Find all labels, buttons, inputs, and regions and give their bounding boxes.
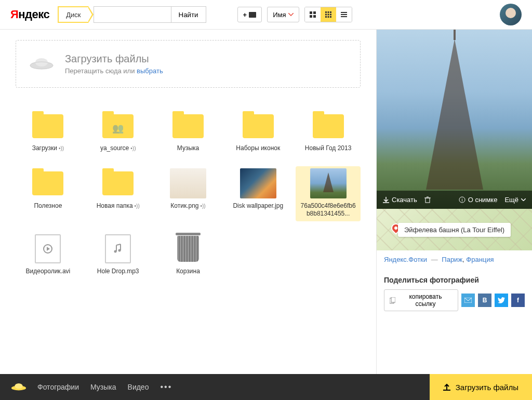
- share-badge-icon: •)): [135, 203, 140, 209]
- file-name: ya_source•)): [100, 144, 136, 153]
- footer-photos-link[interactable]: Фотографии: [37, 383, 79, 391]
- upload-dropzone[interactable]: Загрузить файлы Перетащить сюда или выбр…: [16, 40, 361, 88]
- file-name: Наборы иконок: [236, 144, 280, 153]
- dropzone-text: Загрузить файлы Перетащить сюда или выбр…: [65, 53, 163, 75]
- folder-icon: [240, 112, 276, 140]
- search-button[interactable]: Найти: [171, 6, 206, 23]
- folder-icon: [310, 112, 347, 140]
- folder-icon: [100, 169, 136, 198]
- folder-icon: [170, 112, 206, 140]
- file-item[interactable]: Новый Год 2013: [296, 109, 361, 156]
- eiffel-tower-graphic: [426, 39, 483, 190]
- file-name: Музыка: [177, 144, 199, 153]
- svg-rect-13: [341, 12, 347, 13]
- footer-upload-label: Загрузить файлы: [456, 383, 518, 392]
- file-item[interactable]: Видеоролик.avi: [16, 232, 81, 279]
- delete-button[interactable]: [424, 196, 431, 203]
- share-badge-icon: •)): [201, 203, 206, 209]
- svg-rect-2: [310, 15, 312, 18]
- image-thumbnail: [170, 169, 206, 198]
- more-button[interactable]: Ещё: [504, 196, 526, 204]
- audio-file-icon: [100, 235, 136, 263]
- footer-upload-button[interactable]: Загрузить файлы: [430, 374, 532, 400]
- share-mail-button[interactable]: [461, 294, 475, 307]
- file-item[interactable]: ya_source•)): [86, 109, 151, 156]
- svg-rect-0: [310, 11, 312, 14]
- svg-rect-6: [330, 11, 331, 13]
- footer: Фотографии Музыка Видео ••• Загрузить фа…: [0, 374, 532, 400]
- sort-button[interactable]: Имя: [267, 7, 299, 22]
- toolbar: + Имя: [237, 7, 352, 22]
- svg-rect-3: [313, 15, 316, 18]
- file-item[interactable]: Загрузки•)): [16, 109, 81, 156]
- service-tag[interactable]: Диск: [58, 6, 88, 23]
- file-item[interactable]: Котик.png•)): [156, 166, 221, 221]
- preview-image[interactable]: Скачать i О снимке Ещё: [377, 30, 532, 209]
- svg-rect-1: [313, 11, 316, 14]
- dropzone-subtitle: Перетащить сюда или выбрать: [65, 67, 163, 75]
- plus-icon: +: [243, 11, 247, 19]
- more-label: Ещё: [504, 196, 518, 204]
- breadcrumb-country[interactable]: Франция: [466, 256, 494, 263]
- file-item[interactable]: Наборы иконок: [225, 109, 290, 156]
- map-location-label: Эйфелева башня (La Tour Eiffel): [398, 223, 511, 237]
- svg-rect-7: [325, 14, 327, 16]
- share-title: Поделиться фотографией: [384, 276, 525, 284]
- new-folder-button[interactable]: +: [237, 7, 262, 22]
- file-name: Новая папка•)): [97, 202, 140, 210]
- copy-link-button[interactable]: копировать ссылку: [384, 289, 458, 311]
- share-twitter-button[interactable]: [495, 294, 508, 307]
- list-icon: [341, 12, 347, 17]
- video-file-icon: [30, 235, 66, 263]
- footer-music-link[interactable]: Музыка: [90, 383, 116, 391]
- main: Загрузить файлы Перетащить сюда или выбр…: [0, 30, 532, 374]
- file-name: Disk wallpaper.jpg: [233, 202, 283, 210]
- breadcrumb-city[interactable]: Париж: [442, 256, 462, 263]
- file-name: Загрузки•)): [32, 144, 64, 153]
- download-label: Скачать: [392, 196, 417, 204]
- breadcrumb-service[interactable]: Яндекс.Фотки: [384, 256, 427, 263]
- view-list-button[interactable]: [336, 7, 352, 22]
- footer-more-button[interactable]: •••: [160, 382, 172, 392]
- svg-rect-4: [325, 11, 327, 13]
- search-input[interactable]: [94, 6, 171, 23]
- file-name: Hole Drop.mp3: [97, 268, 139, 276]
- dropzone-title: Загрузить файлы: [65, 53, 163, 65]
- view-large-tiles-button[interactable]: [305, 7, 321, 22]
- copy-icon: [390, 297, 395, 304]
- view-switch: [304, 7, 352, 22]
- file-item[interactable]: Музыка: [156, 109, 221, 156]
- yandex-logo[interactable]: Яндекс: [10, 8, 49, 21]
- view-small-tiles-button[interactable]: [321, 7, 336, 22]
- sort-label: Имя: [273, 11, 286, 19]
- svg-rect-12: [330, 16, 331, 18]
- files-area: Загрузить файлы Перетащить сюда или выбр…: [0, 30, 376, 374]
- file-item[interactable]: Hole Drop.mp3: [86, 232, 151, 279]
- footer-video-link[interactable]: Видео: [128, 383, 149, 391]
- file-item[interactable]: 76a500c4f8e6e6fb6b8b81341455...: [296, 166, 361, 221]
- folder-icon: [249, 12, 256, 18]
- upload-icon: [443, 383, 450, 391]
- user-avatar[interactable]: [500, 4, 522, 25]
- small-tiles-icon: [325, 11, 331, 18]
- file-item[interactable]: Новая папка•)): [86, 166, 151, 221]
- dropzone-prefix: Перетащить сюда или: [65, 67, 137, 75]
- svg-rect-10: [325, 16, 327, 18]
- download-button[interactable]: Скачать: [383, 196, 417, 204]
- file-item[interactable]: Полезное: [16, 166, 81, 221]
- file-name: Корзина: [176, 268, 200, 276]
- about-button[interactable]: i О снимке: [459, 196, 498, 204]
- svg-rect-14: [341, 14, 347, 15]
- map-preview[interactable]: Эйфелева башня (La Tour Eiffel): [377, 209, 532, 250]
- share-facebook-button[interactable]: f: [511, 294, 525, 307]
- svg-point-20: [114, 250, 117, 253]
- svg-rect-26: [391, 297, 395, 302]
- file-item[interactable]: Disk wallpaper.jpg: [225, 166, 290, 221]
- file-name: Видеоролик.avi: [26, 268, 71, 276]
- file-name: Новый Год 2013: [305, 144, 352, 153]
- share-vk-button[interactable]: В: [478, 294, 491, 307]
- file-item[interactable]: Корзина: [156, 232, 221, 279]
- choose-files-link[interactable]: выбрать: [137, 67, 163, 75]
- info-icon: i: [459, 196, 466, 203]
- share-section: Поделиться фотографией копировать ссылку…: [377, 269, 532, 318]
